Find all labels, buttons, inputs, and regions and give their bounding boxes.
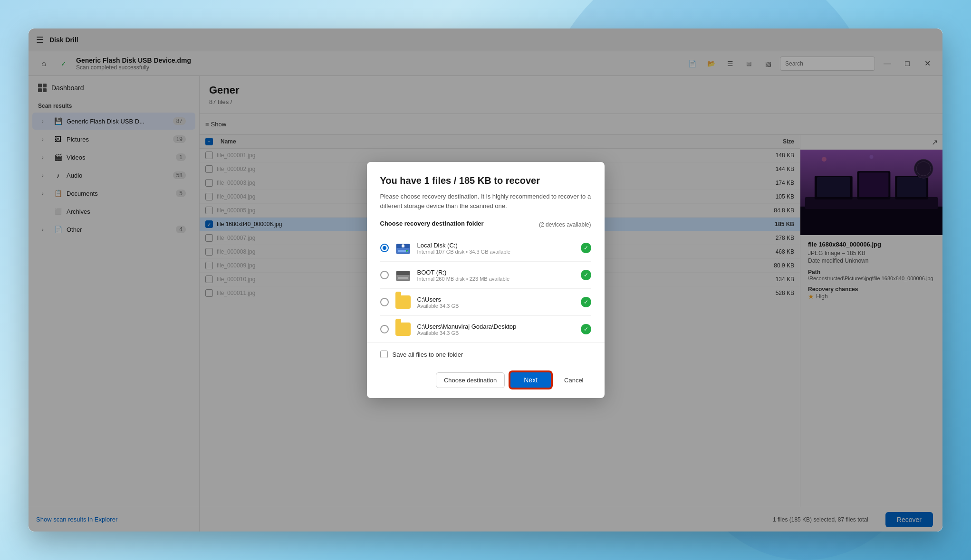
check-icon: ✓ (581, 270, 591, 280)
save-one-folder-checkbox[interactable] (380, 351, 388, 358)
radio-desktop[interactable] (380, 325, 389, 333)
option-desktop-info: C:\Users\Manuviraj Godara\Desktop Availa… (417, 323, 575, 336)
drive-r-icon (394, 266, 412, 284)
modal-body: You have 1 files / 185 KB to recover Ple… (367, 162, 605, 342)
option-detail: Internal 107 GB disk • 34.3 GB available (417, 249, 575, 255)
option-detail: Available 34.3 GB (417, 303, 575, 309)
next-button[interactable]: Next (510, 371, 552, 389)
app-window: ☰ Disk Drill ⌂ ✓ Generic Flash Disk USB … (29, 28, 942, 532)
option-local-disk-info: Local Disk (C:) Internal 107 GB disk • 3… (417, 242, 575, 255)
option-boot-r-info: BOOT (R:) Internal 260 MB disk • 223 MB … (417, 269, 575, 282)
option-name: Local Disk (C:) (417, 242, 575, 249)
folder-icon (394, 294, 412, 311)
folder-desktop-icon (394, 321, 412, 338)
option-c-users-info: C:\Users Available 34.3 GB (417, 296, 575, 309)
cancel-button[interactable]: Cancel (557, 373, 591, 388)
modal-overlay: You have 1 files / 185 KB to recover Ple… (29, 28, 942, 532)
save-one-folder-label: Save all files to one folder (393, 351, 463, 358)
radio-c-users[interactable] (380, 298, 389, 306)
option-c-users[interactable]: C:\Users Available 34.3 GB ✓ (380, 289, 591, 316)
modal-title: You have 1 files / 185 KB to recover (380, 175, 591, 186)
option-local-disk[interactable]: Local Disk (C:) Internal 107 GB disk • 3… (380, 235, 591, 262)
recovery-modal: You have 1 files / 185 KB to recover Ple… (367, 162, 605, 398)
modal-devices-count: (2 devices available) (539, 221, 591, 228)
modal-section-title: Choose recovery destination folder (380, 220, 484, 227)
drive-c-icon (394, 239, 412, 256)
check-icon: ✓ (581, 324, 591, 334)
modal-checkbox-row: Save all files to one folder (367, 342, 605, 366)
check-icon: ✓ (581, 243, 591, 253)
svg-point-16 (406, 250, 408, 252)
svg-rect-20 (396, 271, 410, 275)
option-detail: Available 34.3 GB (417, 330, 575, 336)
option-desktop[interactable]: C:\Users\Manuviraj Godara\Desktop Availa… (380, 316, 591, 342)
modal-description: Please choose recovery destination. It i… (380, 192, 591, 210)
radio-local-disk[interactable] (380, 244, 389, 252)
option-boot-r[interactable]: BOOT (R:) Internal 260 MB disk • 223 MB … (380, 262, 591, 289)
option-name: BOOT (R:) (417, 269, 575, 276)
option-name: C:\Users\Manuviraj Godara\Desktop (417, 323, 575, 330)
svg-rect-21 (398, 277, 408, 279)
option-name: C:\Users (417, 296, 575, 303)
modal-dest-header: Choose recovery destination folder (2 de… (380, 220, 591, 229)
option-detail: Internal 260 MB disk • 223 MB available (417, 276, 575, 282)
choose-destination-button[interactable]: Choose destination (436, 372, 505, 388)
modal-footer: Choose destination Next Cancel (367, 366, 605, 398)
radio-boot-r[interactable] (380, 271, 389, 279)
check-icon: ✓ (581, 297, 591, 307)
